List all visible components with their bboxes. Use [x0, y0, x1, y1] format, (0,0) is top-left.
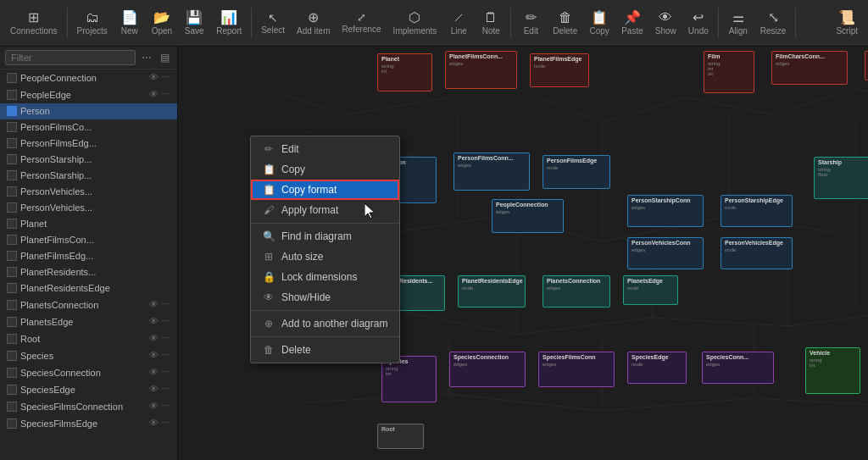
node-species-films-conn[interactable]: SpeciesFilmsConn edges [538, 352, 615, 387]
sidebar-item-0[interactable]: PeopleConnection👁⋯ [0, 69, 177, 86]
open-button[interactable]: 📂 Open [147, 9, 177, 37]
node-species-edge[interactable]: SpeciesEdge node [627, 352, 687, 384]
ctx-copy[interactable]: 📋 Copy [251, 159, 399, 180]
sidebar-item-2[interactable]: Person [0, 103, 177, 119]
sidebar-item-7[interactable]: PersonVehicles... [0, 184, 177, 200]
sidebar-item-1[interactable]: PeopleEdge👁⋯ [0, 86, 177, 103]
dots-icon-17[interactable]: ⋯ [161, 350, 170, 361]
dots-icon-15[interactable]: ⋯ [161, 316, 170, 327]
sidebar-item-20[interactable]: SpeciesFilmsConnection👁⋯ [0, 398, 177, 415]
ctx-copy-format[interactable]: 📋 Copy format [251, 180, 399, 200]
node-film-edge[interactable]: FilmEdge node [865, 51, 868, 80]
filter-input[interactable] [5, 50, 136, 65]
eye-icon-20[interactable]: 👁 [149, 401, 159, 412]
node-starship[interactable]: Starship string float [814, 157, 868, 199]
sidebar-item-14[interactable]: PlanetsConnection👁⋯ [0, 297, 177, 313]
paste-button[interactable]: 📌 Paste [616, 9, 648, 37]
sidebar-item-13[interactable]: PlanetResidentsEdge [0, 280, 177, 297]
node-planet-residents-edge[interactable]: PlanetResidentsEdge node [458, 275, 526, 308]
sidebar-item-3[interactable]: PersonFilmsCo... [0, 119, 177, 136]
ctx-delete[interactable]: 🗑 Delete [251, 340, 399, 360]
node-person-films-edge[interactable]: PersonFilmsEdge node [542, 155, 610, 189]
sidebar-item-12[interactable]: PlanetResidents... [0, 264, 177, 280]
sidebar-item-9[interactable]: Planet [0, 216, 177, 232]
dots-icon-18[interactable]: ⋯ [161, 367, 170, 378]
script-button[interactable]: 📜 Script [831, 9, 863, 37]
eye-icon-16[interactable]: 👁 [149, 333, 159, 344]
sidebar-item-21[interactable]: SpeciesFilmsEdge👁⋯ [0, 415, 177, 432]
ctx-lock-dimensions[interactable]: 🔒 Lock dimensions [251, 267, 399, 287]
dots-icon-14[interactable]: ⋯ [161, 299, 170, 310]
node-planets-edge[interactable]: PlanetsEdge node [623, 275, 678, 305]
node-person-films-conn[interactable]: PersonFilmsConn... edges [453, 152, 530, 191]
dots-icon-20[interactable]: ⋯ [161, 401, 170, 412]
node-personstarship-edge[interactable]: PersonStarshipEdge node [721, 195, 793, 227]
align-button[interactable]: ⚌ Align [723, 9, 754, 37]
select-button[interactable]: ↖ Select [256, 10, 290, 36]
dots-icon-1[interactable]: ⋯ [161, 89, 170, 100]
node-planet[interactable]: Planet string int [377, 53, 432, 91]
delete-button[interactable]: 🗑 Delete [548, 9, 582, 37]
sidebar-item-6[interactable]: PersonStarship... [0, 168, 177, 184]
node-vehicle[interactable]: Vehicle string int [805, 347, 860, 394]
ctx-find-diagram[interactable]: 🔍 Find in diagram [251, 226, 399, 247]
node-personstarhip-conn[interactable]: PersonStarshipConn edges [627, 195, 704, 227]
node-film[interactable]: Film string int arr [704, 51, 754, 93]
node-peopleconn[interactable]: PeopleConnection edges [492, 199, 564, 233]
new-button[interactable]: 📄 New [114, 9, 145, 37]
copy-toolbar-button[interactable]: 📋 Copy [584, 9, 615, 37]
eye-icon-14[interactable]: 👁 [149, 299, 159, 310]
eye-icon-19[interactable]: 👁 [149, 384, 159, 395]
sidebar-item-4[interactable]: PersonFilmsEdg... [0, 136, 177, 152]
note-button[interactable]: 🗒 Note [476, 9, 506, 37]
resize-button[interactable]: ⤡ Resize [755, 9, 792, 37]
reference-button[interactable]: ⤢ Reference [337, 10, 386, 36]
eye-icon-0[interactable]: 👁 [149, 72, 159, 83]
line-button[interactable]: ⟋ Line [443, 9, 474, 37]
sidebar-item-19[interactable]: SpeciesEdge👁⋯ [0, 381, 177, 398]
ctx-edit[interactable]: ✏ Edit [251, 139, 399, 159]
sidebar-item-8[interactable]: PersonVehicles... [0, 200, 177, 216]
sidebar-item-15[interactable]: PlanetsEdge👁⋯ [0, 313, 177, 330]
eye-icon-18[interactable]: 👁 [149, 367, 159, 378]
sidebar-item-16[interactable]: Root👁⋯ [0, 330, 177, 347]
node-planet-films-edge[interactable]: PlanetFilmsEdge node [530, 53, 589, 87]
add-item-button[interactable]: ⊕ Add item [292, 9, 335, 37]
node-film-chars-conn[interactable]: FilmCharsConn... edges [771, 51, 848, 85]
canvas-area[interactable]: Planet string int PlanetFilmsConn... edg… [178, 47, 868, 460]
node-planet-films-conn[interactable]: PlanetFilmsConn... edges [445, 51, 517, 89]
ctx-show-hide[interactable]: 👁 Show/Hide [251, 287, 399, 308]
sidebar-item-11[interactable]: PlanetFilmsEdg... [0, 248, 177, 264]
implements-button[interactable]: ⬡ Implements [388, 9, 442, 37]
dots-icon-19[interactable]: ⋯ [161, 384, 170, 395]
node-person-vehicles-conn[interactable]: PersonVehiclesConn edges [627, 237, 704, 269]
sidebar-item-5[interactable]: PersonStarship... [0, 152, 177, 168]
eye-icon-21[interactable]: 👁 [149, 418, 159, 429]
node-speciesconn2[interactable]: SpeciesConn... edges [702, 352, 774, 384]
eye-icon-15[interactable]: 👁 [149, 316, 159, 327]
eye-icon-1[interactable]: 👁 [149, 89, 159, 100]
node-root[interactable]: Root [377, 424, 424, 449]
undo-button[interactable]: ↩ Undo [683, 9, 714, 37]
eye-icon-17[interactable]: 👁 [149, 350, 159, 361]
ctx-auto-size[interactable]: ⊞ Auto size [251, 247, 399, 267]
dots-icon-21[interactable]: ⋯ [161, 418, 170, 429]
node-species-conn[interactable]: SpeciesConnection edges [449, 352, 526, 387]
sidebar-options-button[interactable]: ⋯ [139, 50, 154, 65]
connections-button[interactable]: ⊞ Connections [5, 9, 63, 37]
node-person-vehicles-edge[interactable]: PersonVehiclesEdge node [721, 237, 793, 269]
projects-button[interactable]: 🗂 Projects [72, 9, 113, 37]
dots-icon-16[interactable]: ⋯ [161, 333, 170, 344]
report-button[interactable]: 📊 Report [211, 9, 247, 37]
node-planets-conn[interactable]: PlanetsConnection edges [542, 275, 610, 308]
sidebar-panel-button[interactable]: ▤ [158, 50, 172, 65]
sidebar-item-10[interactable]: PlanetFilmsCon... [0, 232, 177, 248]
sidebar-item-17[interactable]: Species👁⋯ [0, 347, 177, 364]
sidebar-item-18[interactable]: SpeciesConnection👁⋯ [0, 364, 177, 381]
edit-button[interactable]: ✏ Edit [515, 9, 546, 37]
show-button[interactable]: 👁 Show [650, 9, 682, 37]
ctx-apply-format[interactable]: 🖌 Apply format [251, 200, 399, 220]
save-button[interactable]: 💾 Save [179, 9, 209, 37]
dots-icon-0[interactable]: ⋯ [161, 72, 170, 83]
ctx-add-another[interactable]: ⊕ Add to another diagram [251, 313, 399, 334]
